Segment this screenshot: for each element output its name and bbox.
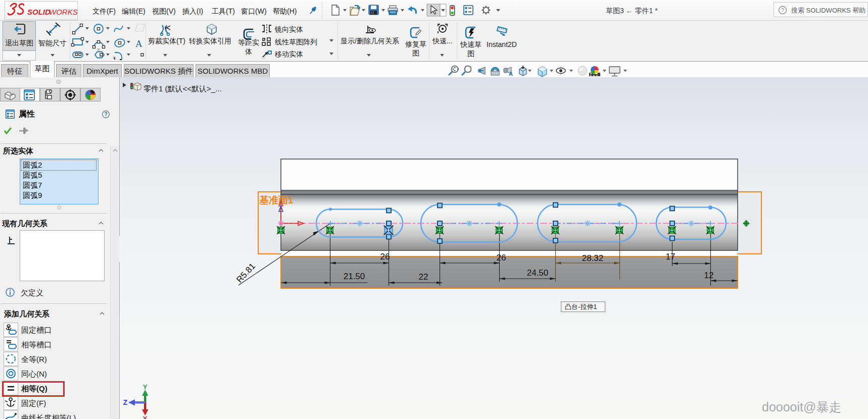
svg-text:dooooit@暴走: dooooit@暴走 — [762, 400, 841, 414]
svg-text:26: 26 — [380, 252, 390, 261]
svg-text:WORKS: WORKS — [49, 8, 77, 16]
svg-text:SOLID: SOLID — [27, 8, 51, 16]
svg-text:28.32: 28.32 — [582, 253, 604, 263]
svg-text:A: A — [509, 71, 513, 77]
svg-text:21.50: 21.50 — [344, 272, 365, 281]
svg-text:Y: Y — [143, 383, 148, 391]
svg-text:基准面1: 基准面1 — [259, 195, 294, 205]
svg-text:?: ? — [781, 7, 784, 13]
svg-text:凸台-拉伸1: 凸台-拉伸1 — [565, 303, 597, 310]
svg-text:17: 17 — [666, 252, 676, 261]
svg-text:24.50: 24.50 — [527, 268, 549, 278]
svg-text:A: A — [135, 38, 142, 49]
svg-text:22: 22 — [419, 272, 428, 282]
svg-text:零件1 (默认<<默认>_...: 零件1 (默认<<默认>_... — [143, 84, 222, 93]
svg-text:X: X — [143, 415, 148, 419]
svg-text:26: 26 — [497, 253, 506, 263]
svg-text:Z: Z — [123, 398, 128, 406]
svg-text:12: 12 — [704, 271, 714, 280]
svg-text:?: ? — [104, 112, 107, 117]
